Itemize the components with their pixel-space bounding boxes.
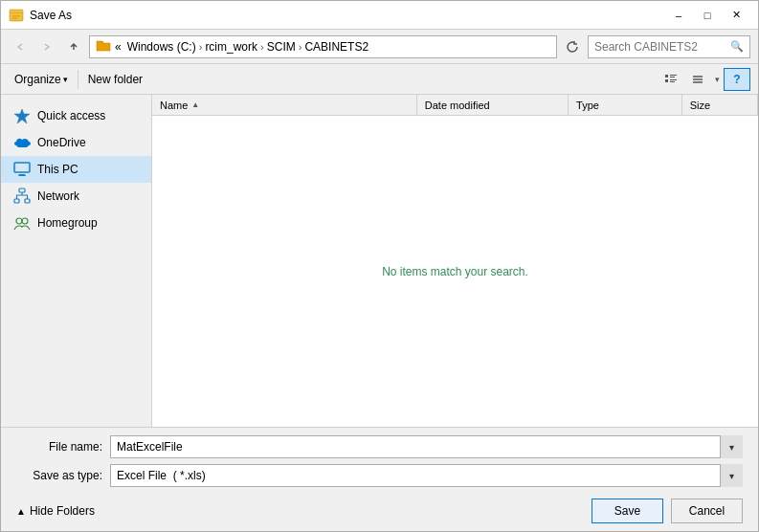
breadcrumb-prefix: « (115, 40, 122, 54)
filetype-label: Save as type: (16, 469, 102, 482)
save-as-dialog: Save As – □ ✕ « Windows (C:) (0, 0, 759, 532)
col-header-size[interactable]: Size (682, 95, 758, 115)
sidebar-item-homegroup[interactable]: Homegroup (1, 210, 151, 236)
breadcrumb-item-0: Windows (C:) (127, 40, 196, 54)
svg-rect-3 (12, 17, 17, 19)
search-input[interactable] (594, 40, 730, 54)
svg-point-17 (22, 218, 28, 224)
sidebar: Quick access OneDrive Th (1, 95, 152, 427)
file-list-header: Name ▲ Date modified Type Size (152, 95, 758, 116)
breadcrumb-item-2: SCIM (267, 40, 296, 54)
network-label: Network (37, 189, 79, 203)
svg-rect-4 (665, 75, 668, 78)
action-buttons: Save Cancel (592, 499, 743, 523)
filetype-dropdown-arrow[interactable]: ▾ (720, 464, 743, 487)
sidebar-item-onedrive[interactable]: OneDrive (1, 129, 151, 156)
organize-button[interactable]: Organize ▾ (9, 69, 74, 90)
search-box[interactable]: 🔍 (588, 35, 750, 58)
svg-rect-6 (670, 77, 675, 78)
svg-rect-14 (14, 199, 19, 203)
maximize-button[interactable]: □ (693, 6, 722, 25)
sort-icon: ▲ (191, 100, 199, 109)
filetype-row: Save as type: ▾ (16, 464, 743, 487)
svg-rect-2 (12, 15, 20, 17)
col-header-name[interactable]: Name ▲ (152, 95, 417, 115)
sidebar-item-this-pc[interactable]: This PC (1, 156, 151, 183)
sidebar-item-network[interactable]: Network (1, 183, 151, 210)
empty-message: No items match your search. (382, 265, 528, 278)
filename-container: ▾ (110, 435, 743, 458)
filename-row: File name: ▾ (16, 435, 743, 458)
quick-access-label: Quick access (37, 109, 105, 122)
address-toolbar: « Windows (C:) › rcim_work › SCIM › CABI… (1, 30, 758, 64)
breadcrumb-sep-3: › (299, 41, 302, 53)
filetype-input[interactable] (110, 464, 743, 487)
forward-button[interactable] (35, 35, 58, 58)
svg-rect-5 (670, 75, 677, 76)
quick-access-icon (12, 106, 32, 125)
back-button[interactable] (9, 35, 32, 58)
col-header-date[interactable]: Date modified (417, 95, 569, 115)
dialog-icon (9, 8, 24, 23)
homegroup-icon (12, 213, 32, 233)
close-button[interactable]: ✕ (722, 6, 750, 25)
onedrive-icon (12, 133, 32, 152)
hide-folders-arrow-icon: ▲ (16, 506, 26, 517)
save-button[interactable]: Save (592, 499, 663, 523)
file-list-body: No items match your search. (152, 116, 758, 427)
help-icon: ? (733, 73, 740, 86)
help-button[interactable]: ? (724, 68, 750, 91)
this-pc-label: This PC (37, 163, 78, 176)
svg-rect-15 (25, 199, 30, 203)
dialog-title: Save As (30, 9, 664, 22)
filename-label: File name: (16, 440, 102, 454)
breadcrumb: « Windows (C:) › rcim_work › SCIM › CABI… (115, 40, 550, 54)
breadcrumb-item-1: rcim_work (205, 40, 257, 54)
title-bar-controls: – □ ✕ (664, 6, 750, 25)
filename-input[interactable] (110, 435, 743, 458)
title-bar: Save As – □ ✕ (1, 1, 758, 30)
sidebar-item-quick-access[interactable]: Quick access (1, 102, 151, 129)
cancel-button[interactable]: Cancel (671, 499, 743, 523)
svg-point-16 (16, 218, 22, 224)
main-content: Name ▲ Date modified Type Size No items … (152, 95, 758, 427)
hide-folders-label: Hide Folders (30, 504, 95, 518)
search-icon: 🔍 (730, 40, 744, 53)
view-details-button[interactable] (658, 68, 684, 91)
svg-rect-12 (17, 164, 27, 171)
svg-rect-9 (670, 81, 675, 82)
breadcrumb-sep-2: › (260, 41, 264, 53)
address-bar[interactable]: « Windows (C:) › rcim_work › SCIM › CABI… (89, 35, 557, 58)
svg-rect-7 (665, 79, 668, 82)
content-area: Quick access OneDrive Th (1, 95, 758, 427)
folder-icon (96, 38, 111, 55)
view-options-button[interactable] (684, 68, 711, 91)
breadcrumb-sep-1: › (199, 41, 203, 53)
up-button[interactable] (62, 35, 85, 58)
svg-rect-13 (19, 188, 25, 192)
footer: File name: ▾ Save as type: ▾ ▲ Hide Fold… (1, 427, 758, 531)
onedrive-label: OneDrive (37, 136, 86, 149)
filename-dropdown-arrow[interactable]: ▾ (720, 435, 743, 458)
hide-folders-button[interactable]: ▲ Hide Folders (16, 504, 95, 518)
view-dropdown-arrow[interactable]: ▾ (711, 75, 724, 84)
organize-arrow-icon: ▾ (63, 75, 68, 84)
svg-rect-1 (10, 12, 23, 13)
svg-marker-10 (14, 109, 30, 123)
minimize-button[interactable]: – (664, 6, 693, 25)
homegroup-label: Homegroup (37, 216, 98, 230)
secondary-toolbar: Organize ▾ New folder ▾ ? (1, 64, 758, 95)
toolbar-divider (78, 70, 78, 89)
svg-rect-8 (670, 79, 677, 80)
refresh-button[interactable] (561, 35, 584, 58)
network-icon (12, 187, 32, 206)
col-header-type[interactable]: Type (569, 95, 682, 115)
new-folder-button[interactable]: New folder (82, 69, 148, 90)
filetype-container: ▾ (110, 464, 743, 487)
this-pc-icon (12, 160, 32, 179)
breadcrumb-item-3: CABINETS2 (304, 40, 368, 54)
